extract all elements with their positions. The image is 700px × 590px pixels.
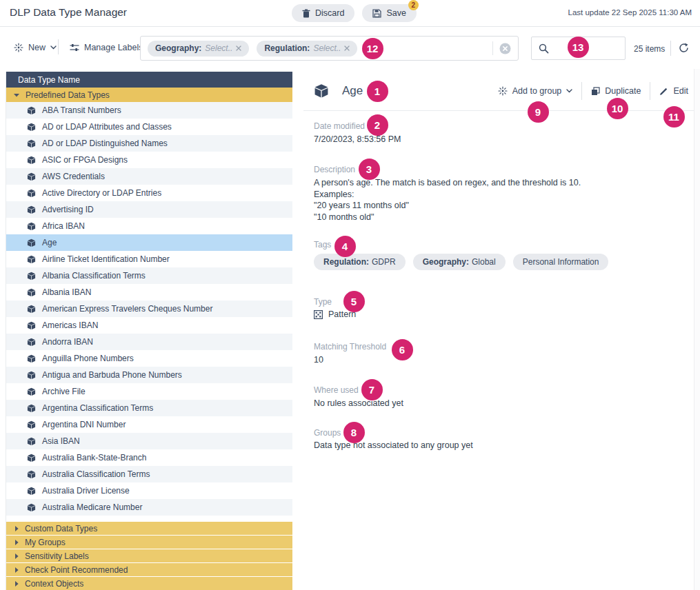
cube-icon	[27, 354, 36, 363]
groups-label: Groups	[314, 428, 341, 438]
list-item-airline-ticket-identification-number[interactable]: Airline Ticket Identification Number	[6, 251, 292, 267]
callout-13: 13	[568, 37, 589, 58]
list-item-australia-classification-terms[interactable]: Australia Classification Terms	[6, 466, 292, 482]
list-item-albania-classification-terms[interactable]: Albania Classification Terms	[6, 267, 292, 284]
detail-title: Age	[342, 84, 363, 98]
list-item-archive-file[interactable]: Archive File	[6, 383, 292, 400]
trash-icon	[302, 9, 310, 18]
data-type-name: AD or LDAP Attributes and Classes	[42, 122, 172, 132]
cube-icon	[27, 288, 36, 297]
cube-icon	[27, 139, 36, 148]
matching-threshold-label: Matching Threshold	[314, 342, 386, 352]
filter-bar-right	[492, 41, 511, 55]
group-custom-data-types[interactable]: Custom Data Types	[6, 522, 292, 535]
filter-chips: Geography:Select..Regulation:Select..	[148, 41, 365, 57]
chip-remove-icon[interactable]	[236, 45, 241, 51]
discard-button[interactable]: Discard	[292, 4, 354, 22]
caret-down-icon	[14, 93, 19, 97]
list-item-antigua-and-barbuda-phone-numbers[interactable]: Antigua and Barbuda Phone Numbers	[6, 367, 292, 383]
list-item-australia-driver-license[interactable]: Australia Driver License	[6, 482, 292, 499]
tag-value: Personal Information	[523, 257, 599, 267]
list-item-argentina-dni-number[interactable]: Argentina DNI Number	[6, 416, 292, 433]
filter-chip-geography[interactable]: Geography:Select..	[148, 41, 249, 57]
list-item-australia-bank-state-branch[interactable]: Australia Bank-State-Branch	[6, 449, 292, 466]
cube-icon	[27, 387, 36, 396]
add-to-group-label: Add to group	[512, 86, 562, 96]
chip-remove-icon[interactable]	[344, 45, 350, 51]
list-item-age[interactable]: Age	[6, 234, 292, 251]
data-type-name: Antigua and Barbuda Phone Numbers	[42, 370, 182, 380]
data-type-name: Anguilla Phone Numbers	[42, 354, 134, 363]
list-item-australia-medicare-number[interactable]: Australia Medicare Number	[6, 499, 292, 516]
chevron-down-icon	[566, 89, 572, 93]
cube-icon	[27, 371, 36, 380]
group-label: Predefined Data Types	[26, 90, 110, 100]
list-item-anguilla-phone-numbers[interactable]: Anguilla Phone Numbers	[6, 350, 292, 367]
type-label: Type	[314, 297, 332, 307]
list-item-ad-or-ldap-attributes-and-classes[interactable]: AD or LDAP Attributes and Classes	[6, 119, 292, 135]
list-item-asic-or-fpga-designs[interactable]: ASIC or FPGA Designs	[6, 152, 292, 168]
callout-12: 12	[362, 38, 383, 59]
list-item-american-express-travelers-cheques-number[interactable]: American Express Travelers Cheques Numbe…	[6, 301, 292, 317]
callout-2: 2	[367, 114, 388, 136]
add-to-group-button[interactable]: Add to group	[498, 86, 573, 96]
caret-right-icon	[14, 553, 19, 559]
list-item-albania-iban[interactable]: Albania IBAN	[6, 284, 292, 301]
description-line: "20 years 11 months old"	[314, 200, 581, 212]
clear-filters-icon[interactable]	[499, 43, 511, 54]
caret-right-icon	[14, 567, 19, 573]
action-divider	[650, 82, 650, 100]
list-item-andorra-iban[interactable]: Andorra IBAN	[6, 334, 292, 350]
list-item-americas-iban[interactable]: Americas IBAN	[6, 317, 292, 334]
list-item-africa-iban[interactable]: Africa IBAN	[6, 218, 292, 234]
filter-chip-regulation[interactable]: Regulation:Select..	[257, 41, 357, 57]
cube-icon	[27, 487, 36, 496]
chevron-down-icon	[50, 45, 57, 50]
items-count: 25 items	[634, 44, 665, 54]
group-predefined-data-types[interactable]: Predefined Data Types	[6, 88, 292, 102]
group-context-objects[interactable]: Context Objects	[6, 577, 292, 590]
edit-button[interactable]: Edit	[659, 86, 688, 96]
list-item-aba-transit-numbers[interactable]: ABA Transit Numbers	[6, 102, 292, 119]
group-label: Context Objects	[25, 579, 83, 589]
save-button[interactable]: Save 2	[362, 4, 417, 22]
list-item-asia-iban[interactable]: Asia IBAN	[6, 433, 292, 449]
list-item-argentina-classification-terms[interactable]: Argentina Classification Terms	[6, 400, 292, 416]
group-check-point-recommended[interactable]: Check Point Recommended	[6, 563, 292, 576]
list-item-active-directory-or-ldap-entries[interactable]: Active Directory or LDAP Entries	[6, 185, 292, 201]
duplicate-button[interactable]: Duplicate	[591, 86, 641, 96]
sparkle-icon	[498, 86, 508, 96]
chip-label: Regulation:	[264, 43, 310, 53]
filter-divider	[492, 41, 493, 55]
callout-10: 10	[607, 98, 628, 119]
description-line: "10 months old"	[314, 212, 581, 223]
manage-labels-button[interactable]: Manage Labels	[70, 43, 143, 52]
caret-right-icon	[14, 581, 19, 587]
data-type-name: Archive File	[42, 387, 86, 396]
cube-icon	[27, 454, 36, 462]
data-type-name: ASIC or FPGA Designs	[42, 155, 128, 165]
callout-7: 7	[361, 379, 383, 400]
data-type-name: Africa IBAN	[42, 221, 85, 231]
new-button[interactable]: New	[14, 43, 57, 52]
date-modified-label: Date modified	[314, 121, 365, 131]
list-item-ad-or-ldap-distinguished-names[interactable]: AD or LDAP Distinguished Names	[6, 135, 292, 152]
refresh-icon[interactable]	[679, 43, 689, 53]
tag-value: Global	[472, 257, 496, 267]
tag-value: GDPR	[372, 257, 396, 267]
last-update-text: Last update 22 Sep 2025 11:30 AM	[568, 8, 692, 17]
caret-right-icon	[14, 540, 19, 545]
scrollbar[interactable]	[694, 69, 700, 590]
caret-right-icon	[14, 526, 19, 531]
new-label: New	[28, 43, 46, 52]
tags-row: Regulation:GDPRGeography:GlobalPersonal …	[314, 254, 608, 270]
data-type-name: Advertising ID	[42, 205, 94, 214]
group-sensitivity-labels[interactable]: Sensitivity Labels	[6, 549, 292, 562]
date-modified-value: 7/20/2023, 8:53:56 PM	[314, 134, 401, 144]
sliders-icon	[70, 43, 79, 52]
search-icon	[539, 43, 549, 54]
filter-bar[interactable]: Geography:Select..Regulation:Select..	[140, 36, 519, 61]
list-item-advertising-id[interactable]: Advertising ID	[6, 201, 292, 218]
group-my-groups[interactable]: My Groups	[6, 536, 292, 549]
list-item-aws-credentials[interactable]: AWS Credentials	[6, 168, 292, 185]
